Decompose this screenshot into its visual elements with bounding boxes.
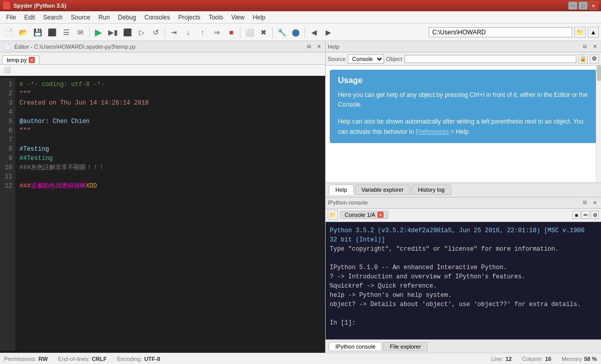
permissions-label: Permissions: bbox=[4, 356, 36, 362]
ipython-console[interactable]: Python 3.5.2 (v3.5.2:4def2a2901a5, Jun 2… bbox=[326, 222, 601, 340]
debug-continue-button[interactable]: ⇒ bbox=[210, 26, 224, 39]
source-select[interactable]: Console bbox=[348, 54, 384, 64]
console-line-10 bbox=[330, 309, 597, 318]
tab-variable-explorer[interactable]: Variable explorer bbox=[355, 185, 410, 195]
minimize-button[interactable]: ─ bbox=[568, 2, 577, 10]
menu-file[interactable]: File bbox=[2, 13, 20, 22]
ipython-settings-btn[interactable]: ⚙ bbox=[591, 211, 599, 219]
run-file-button[interactable]: ▶▮ bbox=[106, 26, 119, 39]
close-button[interactable]: ✕ bbox=[589, 2, 598, 10]
main-toolbar: 📄 📂 💾 ⬛ ☰ ✉ ▶ ▶▮ ⬛ ▷ ↺ ⇥ ↓ ↑ ⇒ ■ ⬜ ✖ 🔧 ⬤… bbox=[0, 24, 601, 41]
print-button[interactable]: ☰ bbox=[59, 26, 73, 39]
window-controls[interactable]: ─ □ ✕ bbox=[568, 2, 598, 10]
help-header: Help ⧉ ✕ bbox=[326, 41, 601, 52]
object-input[interactable] bbox=[405, 55, 576, 63]
status-bar: Permissions: RW End-of-lines: CRLF Encod… bbox=[0, 353, 601, 364]
et-btn-1[interactable]: ⬜ bbox=[2, 66, 12, 75]
usage-title: Usage bbox=[338, 76, 589, 85]
forward-button[interactable]: ▶ bbox=[322, 26, 335, 39]
ipython-stop-btn[interactable]: ■ bbox=[572, 211, 580, 219]
restart-button[interactable]: ↺ bbox=[149, 26, 163, 39]
line-value: 12 bbox=[506, 356, 512, 362]
maximize-button[interactable]: □ bbox=[578, 2, 588, 10]
permissions-item: Permissions: RW bbox=[4, 356, 48, 362]
ipython-close-btn[interactable]: ✕ bbox=[591, 198, 599, 207]
help-scroll-thumb[interactable] bbox=[597, 66, 601, 81]
help-settings-button[interactable]: ⚙ bbox=[590, 54, 599, 64]
settings-button[interactable]: 🔧 bbox=[275, 26, 288, 39]
menu-edit[interactable]: Edit bbox=[20, 13, 39, 22]
code-line-8: #Testing bbox=[19, 145, 321, 154]
menu-projects[interactable]: Projects bbox=[174, 13, 205, 22]
path-input[interactable] bbox=[429, 27, 572, 37]
tab-ipython-console[interactable]: IPython console bbox=[329, 342, 382, 351]
code-line-11 bbox=[19, 172, 321, 181]
email-button[interactable]: ✉ bbox=[74, 26, 87, 39]
clear-button[interactable]: ✖ bbox=[257, 26, 270, 39]
save-file-button[interactable]: 💾 bbox=[31, 26, 44, 39]
tab-help[interactable]: Help bbox=[329, 185, 354, 195]
preferences-link[interactable]: Preferences bbox=[415, 128, 449, 135]
help-close-btn[interactable]: ✕ bbox=[591, 43, 599, 51]
menu-view[interactable]: View bbox=[227, 13, 249, 22]
new-file-button[interactable]: 📄 bbox=[2, 26, 15, 39]
help-section: Help ⧉ ✕ Source Console Object 🔒 ⚙ Usage… bbox=[326, 41, 601, 197]
code-line-5: @author: Chen Chien bbox=[19, 117, 321, 126]
debug-button[interactable]: ▷ bbox=[135, 26, 148, 39]
tab-history-log[interactable]: History log bbox=[411, 185, 451, 195]
menu-debug[interactable]: Debug bbox=[114, 13, 140, 22]
tab-file-explorer[interactable]: File explorer bbox=[383, 342, 428, 351]
help-undock-btn[interactable]: ⧉ bbox=[580, 43, 589, 51]
menu-consoles[interactable]: Consoles bbox=[140, 13, 174, 22]
up-button[interactable]: ▲ bbox=[588, 27, 599, 38]
editor-tab-bar: temp.py ✕ bbox=[0, 52, 325, 65]
debug-return-button[interactable]: ↑ bbox=[196, 26, 209, 39]
ipython-bottom-tabs: IPython console File explorer bbox=[326, 339, 601, 353]
ipython-tab-close[interactable]: ✕ bbox=[377, 212, 384, 218]
editor-close-btn[interactable]: ✕ bbox=[315, 43, 323, 51]
code-editor[interactable]: 123456 789101112 # -*- coding: utf-8 -*-… bbox=[0, 76, 325, 353]
col-item: Column: 16 bbox=[522, 356, 551, 362]
line-item: Line: 12 bbox=[491, 356, 512, 362]
menu-run[interactable]: Run bbox=[94, 13, 114, 22]
browse-button[interactable]: 📁 bbox=[574, 27, 586, 38]
menu-source[interactable]: Source bbox=[67, 13, 94, 22]
back-button[interactable]: ◀ bbox=[307, 26, 320, 39]
ipython-tab[interactable]: Console 1/A ✕ bbox=[340, 211, 388, 219]
save-all-button[interactable]: ⬛ bbox=[45, 26, 58, 39]
toolbar-sep-5 bbox=[305, 27, 305, 38]
menu-tools[interactable]: Tools bbox=[205, 13, 227, 22]
ipython-header: IPython console ⧉ ✕ bbox=[326, 197, 601, 209]
editor-tab[interactable]: temp.py ✕ bbox=[2, 55, 39, 64]
stop-button[interactable]: ⬛ bbox=[121, 26, 134, 39]
source-label: Source bbox=[328, 56, 346, 62]
code-content: # -*- coding: utf-8 -*- """ Created on T… bbox=[15, 78, 325, 351]
toolbar-sep-2 bbox=[165, 27, 165, 38]
workspace-button[interactable]: ⬜ bbox=[243, 26, 256, 39]
editor-undock-btn[interactable]: ⧉ bbox=[305, 43, 313, 51]
ipython-folder-btn[interactable]: 📁 bbox=[328, 210, 338, 220]
ipython-undock-btn[interactable]: ⧉ bbox=[580, 198, 589, 207]
menu-bar: File Edit Search Source Run Debug Consol… bbox=[0, 11, 601, 24]
menu-search[interactable]: Search bbox=[39, 13, 67, 22]
content-area: 📄 Editor - C:\Users\HOWARD\.spyder-py3\t… bbox=[0, 41, 601, 353]
editor-tab-close[interactable]: ✕ bbox=[29, 57, 35, 63]
console-line-9: object? -> Details about 'object', use '… bbox=[330, 300, 597, 309]
console-line-1: Python 3.5.2 (v3.5.2:4def2a2901a5, Jun 2… bbox=[330, 226, 597, 235]
menu-help[interactable]: Help bbox=[249, 13, 270, 22]
code-line-10: ###灰色註解非常不顯眼！！！ bbox=[19, 163, 321, 172]
usage-text-1: Here you can get help of any object by p… bbox=[338, 90, 589, 110]
python-button[interactable]: ⬤ bbox=[289, 26, 303, 39]
window-title: Spyder (Python 3.5) bbox=[13, 3, 66, 9]
run-button[interactable]: ▶ bbox=[92, 26, 105, 39]
debug-next-button[interactable]: ⇥ bbox=[167, 26, 181, 39]
line-label: Line: bbox=[491, 356, 504, 362]
debug-step-button[interactable]: ↓ bbox=[182, 26, 195, 39]
debug-stop-button[interactable]: ■ bbox=[225, 26, 238, 39]
editor-new-btn[interactable]: 📄 bbox=[2, 42, 12, 51]
ipython-section: IPython console ⧉ ✕ 📁 Console 1/A ✕ ■ ✏ … bbox=[326, 197, 601, 353]
lock-button[interactable]: 🔒 bbox=[578, 54, 588, 64]
help-scrollbar[interactable] bbox=[596, 66, 601, 183]
ipython-edit-btn[interactable]: ✏ bbox=[582, 211, 590, 219]
open-file-button[interactable]: 📂 bbox=[16, 26, 30, 39]
